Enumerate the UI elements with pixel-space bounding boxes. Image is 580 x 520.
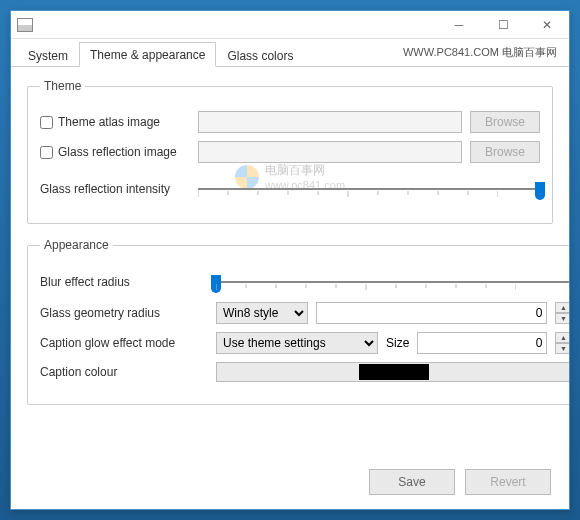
appearance-group: Appearance Blur effect radius Glass geom… — [27, 238, 569, 405]
geometry-spinner[interactable]: ▲ ▼ — [555, 302, 569, 324]
blur-radius-label: Blur effect radius — [40, 275, 208, 289]
caption-glow-mode-label: Caption glow effect mode — [40, 336, 208, 350]
revert-button[interactable]: Revert — [465, 469, 551, 495]
footer: Save Revert — [11, 459, 569, 509]
caption-colour-value — [359, 364, 429, 380]
glass-reflection-browse-button[interactable]: Browse — [470, 141, 540, 163]
theme-atlas-label[interactable]: Theme atlas image — [40, 115, 190, 129]
geometry-style-select[interactable]: Win8 style — [216, 302, 308, 324]
theme-group: Theme Theme atlas image Browse Glass ref… — [27, 79, 553, 224]
app-window: ─ ☐ ✕ System Theme & appearance Glass co… — [10, 10, 570, 510]
blur-radius-slider[interactable] — [216, 270, 569, 294]
theme-legend: Theme — [40, 79, 85, 93]
titlebar: ─ ☐ ✕ — [11, 11, 569, 39]
caption-glow-mode-select[interactable]: Use theme settings — [216, 332, 378, 354]
chevron-up-icon[interactable]: ▲ — [555, 302, 569, 313]
slider-thumb-icon[interactable] — [535, 182, 545, 200]
geometry-radius-label: Glass geometry radius — [40, 306, 208, 320]
tab-system[interactable]: System — [17, 43, 79, 67]
tab-glass-colors[interactable]: Glass colors — [216, 43, 304, 67]
content-area: 电脑百事网 www.pc841.com Theme Theme atlas im… — [11, 67, 569, 459]
chevron-up-icon[interactable]: ▲ — [555, 332, 569, 343]
appearance-legend: Appearance — [40, 238, 113, 252]
maximize-button[interactable]: ☐ — [481, 11, 525, 39]
slider-ticks-icon — [198, 191, 498, 197]
theme-atlas-browse-button[interactable]: Browse — [470, 111, 540, 133]
glass-reflection-checkbox[interactable] — [40, 146, 53, 159]
reflection-intensity-slider[interactable] — [198, 177, 540, 201]
close-button[interactable]: ✕ — [525, 11, 569, 39]
reflection-intensity-label: Glass reflection intensity — [40, 182, 190, 196]
tab-row: System Theme & appearance Glass colors W… — [11, 39, 569, 67]
caption-size-value[interactable] — [417, 332, 547, 354]
chevron-down-icon[interactable]: ▼ — [555, 343, 569, 354]
theme-atlas-path[interactable] — [198, 111, 462, 133]
theme-atlas-checkbox[interactable] — [40, 116, 53, 129]
glass-reflection-path[interactable] — [198, 141, 462, 163]
tab-theme-appearance[interactable]: Theme & appearance — [79, 42, 216, 67]
app-icon — [17, 18, 33, 32]
caption-colour-swatch[interactable] — [216, 362, 569, 382]
watermark-text: WWW.PC841.COM 电脑百事网 — [403, 45, 557, 60]
size-label: Size — [386, 336, 409, 350]
slider-ticks-icon — [216, 284, 516, 290]
minimize-button[interactable]: ─ — [437, 11, 481, 39]
geometry-radius-value[interactable] — [316, 302, 547, 324]
glass-reflection-label[interactable]: Glass reflection image — [40, 145, 190, 159]
chevron-down-icon[interactable]: ▼ — [555, 313, 569, 324]
save-button[interactable]: Save — [369, 469, 455, 495]
caption-colour-label: Caption colour — [40, 365, 208, 379]
size-spinner[interactable]: ▲ ▼ — [555, 332, 569, 354]
